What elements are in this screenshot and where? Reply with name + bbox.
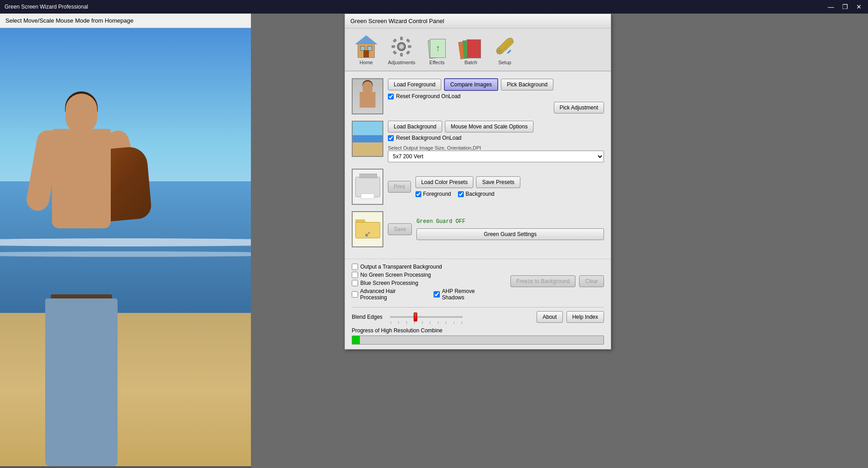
- nav-effects[interactable]: ↑ Effects: [421, 32, 453, 67]
- blend-slider[interactable]: [390, 312, 462, 322]
- background-preset-checkbox[interactable]: [458, 191, 464, 197]
- advanced-hair-label: Advanced Hair Processing: [360, 288, 422, 301]
- cp-nav: Home Adjustments: [345, 28, 611, 71]
- effects-paper2: ↑: [430, 39, 446, 58]
- background-row: Load Background Mouse Move and Scale Opt…: [352, 121, 604, 162]
- svg-rect-8: [393, 50, 397, 55]
- wrench-svg: [494, 36, 516, 57]
- foreground-preset-checkbox[interactable]: [415, 191, 421, 197]
- nav-effects-label: Effects: [429, 60, 444, 65]
- print-button: Print: [388, 181, 411, 193]
- printer-shape: [355, 177, 380, 197]
- adjustments-icon: [391, 34, 412, 59]
- progress-section: Progress of High Resolution Combine: [352, 327, 604, 345]
- blend-edges-label: Blend Edges: [352, 314, 386, 320]
- window-controls: — ❐ ✕: [826, 3, 863, 10]
- nav-batch[interactable]: Batch: [455, 32, 487, 67]
- save-presets-button[interactable]: Save Presets: [476, 176, 520, 188]
- color-presets-row: Load Color Presets Save Presets: [415, 176, 604, 188]
- progress-bar-outer: [352, 336, 604, 345]
- tick10: [462, 321, 462, 324]
- mouse-move-button[interactable]: Mouse Move and Scale Options: [445, 121, 533, 132]
- slider-handle[interactable]: [414, 312, 417, 321]
- pick-background-button[interactable]: Pick Background: [501, 79, 553, 90]
- reset-background-label: Reset Background OnLoad: [396, 135, 462, 141]
- svg-rect-3: [400, 53, 403, 57]
- restore-button[interactable]: ❐: [840, 3, 850, 10]
- reset-background-checkbox[interactable]: [388, 135, 394, 141]
- tick6: [430, 321, 430, 324]
- jeans: [45, 298, 118, 466]
- batch-paper3: [467, 39, 481, 58]
- load-color-presets-button[interactable]: Load Color Presets: [415, 176, 474, 188]
- no-green-screen-checkbox[interactable]: [352, 272, 358, 278]
- about-help-row: About Help Index: [537, 311, 604, 323]
- compare-images-button[interactable]: Compare Images: [444, 78, 498, 91]
- nav-adjustments[interactable]: Adjustments: [384, 32, 419, 67]
- svg-point-11: [499, 50, 500, 52]
- green-guard-settings-button[interactable]: Green Guard Settings: [416, 228, 604, 240]
- gear-svg: [391, 36, 412, 57]
- load-foreground-button[interactable]: Load Foreground: [388, 79, 441, 90]
- home-icon: [355, 34, 377, 59]
- torso: [52, 129, 111, 228]
- checkbox-columns: Output a Transparent Background No Green…: [352, 264, 604, 303]
- blue-screen-checkbox[interactable]: [352, 280, 358, 286]
- about-button[interactable]: About: [537, 311, 562, 323]
- tick8: [446, 321, 446, 324]
- house-door: [363, 50, 369, 57]
- tick2: [398, 321, 399, 324]
- pick-adjustment-button[interactable]: Pick Adjustment: [554, 102, 604, 113]
- app-title: Green Screen Wizard Professional: [5, 4, 88, 10]
- transparent-bg-checkbox[interactable]: [352, 264, 358, 270]
- preview-label: Select Move/Scale Mouse Mode from Homepa…: [0, 14, 251, 28]
- person-body: [41, 94, 122, 466]
- output-section: Select Output Image Size, Orientation,DP…: [388, 143, 604, 162]
- nav-setup-label: Setup: [498, 60, 511, 65]
- freeze-to-background-button: Freeze to Background: [510, 275, 576, 287]
- setup-icon: [494, 34, 516, 59]
- close-button[interactable]: ✕: [854, 3, 863, 10]
- printer-thumbnail: [352, 169, 383, 205]
- slider-ticks: [391, 321, 462, 325]
- fg-bg-check-row: Foreground Background: [415, 191, 604, 197]
- progress-bar-inner: [352, 336, 360, 344]
- person-figure: [14, 94, 149, 466]
- advanced-hair-checkbox[interactable]: [352, 291, 358, 298]
- output-select[interactable]: 5x7 200 Vert: [388, 151, 604, 162]
- house-body: [358, 43, 375, 58]
- nav-home[interactable]: Home: [350, 32, 382, 67]
- nav-home-label: Home: [359, 60, 373, 65]
- reset-foreground-checkbox[interactable]: [388, 94, 394, 99]
- save-controls: Save: [388, 223, 412, 235]
- head: [66, 94, 97, 132]
- svg-rect-5: [408, 45, 411, 48]
- slider-track: [390, 317, 462, 318]
- ahp-shadows-checkbox[interactable]: [434, 291, 440, 298]
- nav-setup[interactable]: Setup: [489, 32, 521, 67]
- load-background-button[interactable]: Load Background: [388, 121, 442, 132]
- svg-point-1: [399, 44, 404, 49]
- foreground-thumbnail: [352, 78, 383, 114]
- bg-top-buttons: Load Background Mouse Move and Scale Opt…: [388, 121, 604, 132]
- folder-shape: ↙: [355, 219, 380, 240]
- title-bar: Green Screen Wizard Professional — ❐ ✕: [0, 0, 868, 14]
- divider1: [352, 307, 604, 307]
- help-index-button[interactable]: Help Index: [566, 311, 604, 323]
- reset-background-check: Reset Background OnLoad: [388, 135, 604, 141]
- tick4: [414, 321, 415, 324]
- minimize-button[interactable]: —: [826, 3, 836, 10]
- printer-paper: [361, 194, 374, 199]
- preview-image[interactable]: [0, 28, 251, 466]
- green-guard-status: Green Guard OFF: [416, 218, 604, 225]
- freeze-section: Freeze to Background Clear: [510, 264, 604, 303]
- svg-rect-13: [507, 49, 511, 53]
- fg-check-item: Foreground: [415, 191, 451, 197]
- no-green-screen-row: No Green Screen Processing: [352, 272, 497, 278]
- background-preset-label: Background: [466, 191, 495, 197]
- save-row: ↙ Save Green Guard OFF Green Guard Setti…: [352, 211, 604, 247]
- svg-rect-7: [406, 38, 410, 43]
- effects-icon: ↑: [426, 34, 448, 59]
- transparent-bg-label: Output a Transparent Background: [360, 264, 442, 270]
- preview-panel: Select Move/Scale Mouse Mode from Homepa…: [0, 14, 251, 468]
